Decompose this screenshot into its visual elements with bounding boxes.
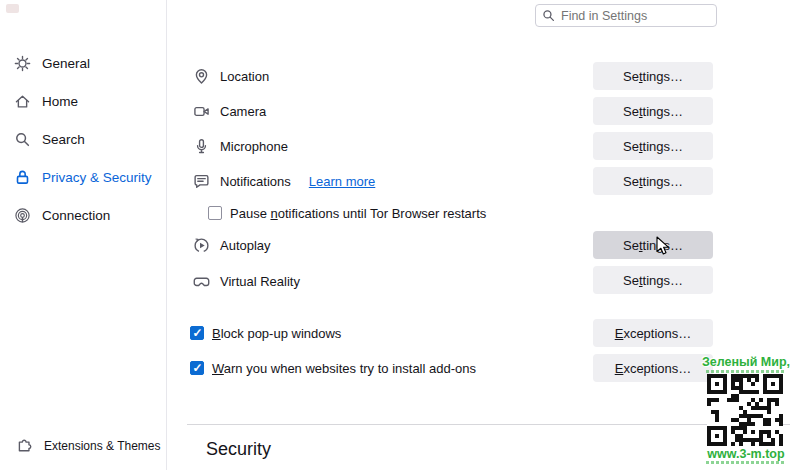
watermark-subtext: [706, 370, 786, 373]
sidebar-item-home[interactable]: Home: [8, 86, 160, 116]
search-icon: [542, 9, 555, 22]
microphone-icon: [193, 138, 210, 155]
permission-row-location: Location: [193, 66, 269, 86]
permission-label: Autoplay: [220, 238, 271, 253]
puzzle-piece-icon: [16, 437, 33, 454]
notifications-icon: [193, 173, 210, 190]
permission-row-autoplay: Autoplay: [193, 235, 271, 255]
corner-artifact: [6, 4, 19, 13]
vr-headset-icon: [193, 273, 210, 290]
broadcast-icon: [14, 207, 31, 224]
block-popups-row: Block pop-up windows: [190, 323, 341, 343]
home-icon: [14, 93, 31, 110]
warn-addons-checkbox[interactable]: [190, 361, 204, 375]
permission-label: Microphone: [220, 139, 288, 154]
sidebar-divider: [166, 0, 167, 470]
sidebar-item-label: Privacy & Security: [42, 170, 152, 185]
learn-more-link[interactable]: Learn more: [309, 174, 375, 189]
find-in-settings-input[interactable]: [535, 4, 717, 27]
addons-exceptions-button[interactable]: Exceptions…: [593, 354, 713, 382]
checkbox-label: Block pop-up windows: [212, 326, 341, 341]
checkbox-label: Pause notifications until Tor Browser re…: [230, 206, 486, 221]
sidebar-footer-label: Extensions & Themes: [44, 439, 161, 453]
sidebar-item-connection[interactable]: Connection: [8, 200, 160, 230]
popup-exceptions-button[interactable]: Exceptions…: [593, 319, 713, 347]
autoplay-settings-button[interactable]: Settings…: [593, 231, 713, 259]
checkbox-label: Warn you when websites try to install ad…: [212, 361, 476, 376]
sidebar-item-extensions-themes[interactable]: Extensions & Themes: [10, 437, 161, 454]
location-settings-button[interactable]: Settings…: [593, 62, 713, 90]
browser-settings-page: General Home Search Privacy & Security: [0, 0, 800, 470]
autoplay-icon: [193, 237, 210, 254]
microphone-settings-button[interactable]: Settings…: [593, 132, 713, 160]
location-pin-icon: [193, 68, 210, 85]
permission-label: Notifications: [220, 174, 291, 189]
watermark-subtext: [706, 461, 786, 464]
camera-settings-button[interactable]: Settings…: [593, 97, 713, 125]
permission-label: Location: [220, 69, 269, 84]
sidebar-item-label: Search: [42, 132, 85, 147]
camera-icon: [193, 103, 210, 120]
permission-row-camera: Camera: [193, 101, 266, 121]
permission-row-virtual-reality: Virtual Reality: [193, 271, 300, 291]
lock-icon: [14, 169, 31, 186]
search-icon: [14, 131, 31, 148]
sidebar-item-label: Connection: [42, 208, 110, 223]
sidebar-item-search[interactable]: Search: [8, 124, 160, 154]
security-section-heading: Security: [206, 439, 271, 460]
block-popups-checkbox[interactable]: [190, 326, 204, 340]
sidebar-item-label: General: [42, 56, 90, 71]
pause-notifications-row: Pause notifications until Tor Browser re…: [208, 203, 486, 223]
warn-addons-row: Warn you when websites try to install ad…: [190, 358, 476, 378]
watermark-title: Зеленый Мир,: [698, 355, 794, 369]
permission-label: Virtual Reality: [220, 274, 300, 289]
qr-code: [707, 374, 783, 446]
permission-row-microphone: Microphone: [193, 136, 288, 156]
section-divider: [187, 424, 790, 425]
watermark-url: www.3-m.top: [698, 447, 794, 461]
sidebar-item-general[interactable]: General: [8, 48, 160, 78]
sidebar-item-privacy-security[interactable]: Privacy & Security: [8, 162, 160, 192]
gear-icon: [14, 55, 31, 72]
permission-label: Camera: [220, 104, 266, 119]
sidebar-item-label: Home: [42, 94, 78, 109]
permission-row-notifications: Notifications Learn more: [193, 171, 375, 191]
pause-notifications-checkbox[interactable]: [208, 206, 222, 220]
notifications-settings-button[interactable]: Settings…: [593, 167, 713, 195]
vr-settings-button[interactable]: Settings…: [593, 266, 713, 294]
